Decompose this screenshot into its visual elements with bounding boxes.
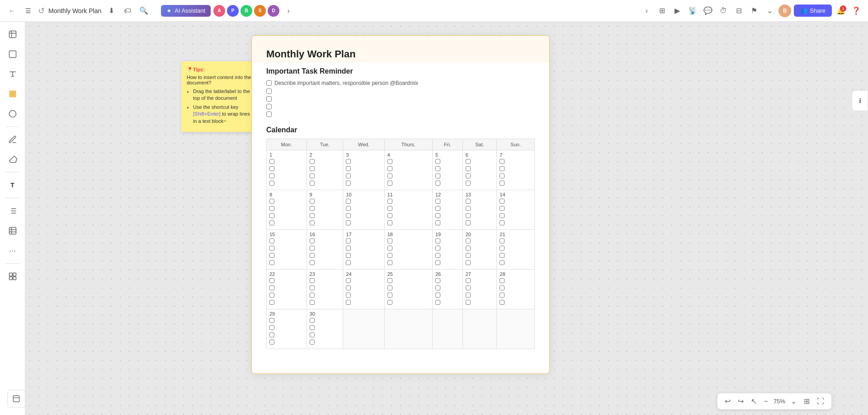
day-checkbox-label[interactable] xyxy=(500,238,532,244)
day-checkbox[interactable] xyxy=(387,238,392,243)
day-checkbox-label[interactable] xyxy=(310,278,340,284)
day-checkbox-label[interactable] xyxy=(346,278,381,284)
sidebar-plugin-icon[interactable] xyxy=(4,267,22,285)
day-checkbox-label[interactable] xyxy=(387,166,429,172)
day-checkbox[interactable] xyxy=(387,293,392,298)
day-checkbox-label[interactable] xyxy=(466,278,494,284)
day-checkbox-label[interactable] xyxy=(310,238,340,244)
day-checkbox[interactable] xyxy=(466,181,471,186)
day-checkbox-label[interactable] xyxy=(466,220,494,226)
day-checkbox[interactable] xyxy=(466,285,471,290)
day-checkbox-label[interactable] xyxy=(346,260,381,266)
day-checkbox[interactable] xyxy=(269,332,274,337)
day-checkbox-label[interactable] xyxy=(435,260,460,266)
day-checkbox[interactable] xyxy=(500,173,505,178)
day-checkbox[interactable] xyxy=(310,159,315,164)
fullscreen-button[interactable]: ⛶ xyxy=(815,396,826,406)
day-checkbox-label[interactable] xyxy=(346,166,381,172)
day-checkbox-label[interactable] xyxy=(269,300,304,306)
day-checkbox[interactable] xyxy=(346,293,351,298)
day-checkbox[interactable] xyxy=(435,220,440,225)
day-checkbox-label[interactable] xyxy=(435,253,460,259)
day-checkbox[interactable] xyxy=(346,253,351,258)
day-checkbox-label[interactable] xyxy=(269,173,304,179)
day-checkbox[interactable] xyxy=(346,206,351,211)
day-checkbox[interactable] xyxy=(346,159,351,164)
day-checkbox[interactable] xyxy=(310,246,315,251)
day-checkbox-label[interactable] xyxy=(435,199,460,205)
day-checkbox-label[interactable] xyxy=(346,253,381,259)
day-checkbox[interactable] xyxy=(435,173,440,178)
day-checkbox-label[interactable] xyxy=(435,300,460,306)
day-checkbox[interactable] xyxy=(310,238,315,243)
day-checkbox[interactable] xyxy=(466,213,471,218)
day-checkbox-label[interactable] xyxy=(310,166,340,172)
tag-button[interactable]: 🏷 xyxy=(121,5,134,17)
day-checkbox[interactable] xyxy=(435,238,440,243)
day-checkbox[interactable] xyxy=(387,199,392,204)
day-checkbox-label[interactable] xyxy=(269,220,304,226)
day-checkbox-label[interactable] xyxy=(435,159,460,165)
day-checkbox-label[interactable] xyxy=(269,253,304,259)
chevron-button[interactable]: › xyxy=(282,5,295,17)
day-checkbox-label[interactable] xyxy=(346,300,381,306)
day-checkbox-label[interactable] xyxy=(387,285,429,291)
day-checkbox-label[interactable] xyxy=(346,285,381,291)
pages-button[interactable] xyxy=(7,390,25,408)
day-checkbox-label[interactable] xyxy=(269,238,304,244)
day-checkbox[interactable] xyxy=(310,260,315,265)
day-checkbox-label[interactable] xyxy=(310,206,340,212)
day-checkbox[interactable] xyxy=(269,325,274,330)
day-checkbox-label[interactable] xyxy=(387,293,429,298)
day-checkbox-label[interactable] xyxy=(387,181,429,187)
day-checkbox[interactable] xyxy=(500,220,505,225)
day-checkbox[interactable] xyxy=(269,340,274,345)
day-checkbox[interactable] xyxy=(466,253,471,258)
cursor-mode-button[interactable]: ↖ xyxy=(749,396,759,406)
day-checkbox[interactable] xyxy=(435,260,440,265)
day-checkbox-label[interactable] xyxy=(346,246,381,252)
day-checkbox-label[interactable] xyxy=(435,173,460,179)
day-checkbox[interactable] xyxy=(346,285,351,290)
info-button[interactable]: ℹ xyxy=(854,94,866,107)
day-checkbox[interactable] xyxy=(346,300,351,305)
day-checkbox[interactable] xyxy=(500,278,505,283)
zoom-out-button[interactable]: − xyxy=(762,396,770,406)
day-checkbox-label[interactable] xyxy=(500,246,532,252)
day-checkbox-label[interactable] xyxy=(346,173,381,179)
flag-button[interactable]: ⚑ xyxy=(748,5,760,17)
day-checkbox-label[interactable] xyxy=(310,220,340,226)
day-checkbox[interactable] xyxy=(466,238,471,243)
day-checkbox-label[interactable] xyxy=(269,166,304,172)
day-checkbox-label[interactable] xyxy=(500,253,532,259)
day-checkbox[interactable] xyxy=(435,300,440,305)
day-checkbox-label[interactable] xyxy=(346,293,381,298)
day-checkbox-label[interactable] xyxy=(466,166,494,172)
ai-assistant-button[interactable]: ✦ AI Assistant xyxy=(161,5,211,17)
day-checkbox-label[interactable] xyxy=(466,213,494,219)
day-checkbox[interactable] xyxy=(387,285,392,290)
day-checkbox[interactable] xyxy=(269,285,274,290)
day-checkbox-label[interactable] xyxy=(387,278,429,284)
sidebar-table-icon[interactable] xyxy=(4,222,22,240)
day-checkbox[interactable] xyxy=(435,199,440,204)
day-checkbox[interactable] xyxy=(310,293,315,298)
day-checkbox[interactable] xyxy=(500,253,505,258)
day-checkbox[interactable] xyxy=(435,293,440,298)
day-checkbox-label[interactable] xyxy=(310,213,340,219)
sidebar-frame-icon[interactable] xyxy=(4,45,22,63)
day-checkbox[interactable] xyxy=(387,246,392,251)
day-checkbox-label[interactable] xyxy=(310,340,340,345)
day-checkbox[interactable] xyxy=(500,246,505,251)
day-checkbox[interactable] xyxy=(269,293,274,298)
day-checkbox-label[interactable] xyxy=(269,325,304,331)
day-checkbox[interactable] xyxy=(310,318,315,323)
day-checkbox[interactable] xyxy=(310,300,315,305)
day-checkbox[interactable] xyxy=(346,238,351,243)
day-checkbox-label[interactable] xyxy=(310,325,340,331)
day-checkbox-label[interactable] xyxy=(269,260,304,266)
day-checkbox-label[interactable] xyxy=(466,253,494,259)
day-checkbox-label[interactable] xyxy=(435,206,460,212)
day-checkbox[interactable] xyxy=(387,220,392,225)
day-checkbox[interactable] xyxy=(387,213,392,218)
